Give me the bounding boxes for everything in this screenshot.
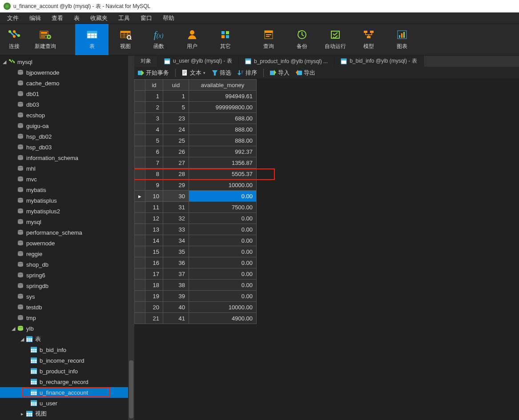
cell-uid[interactable]: 1: [163, 91, 189, 102]
cell-uid[interactable]: 26: [163, 146, 189, 157]
cell-id[interactable]: 17: [145, 268, 163, 280]
cell-id[interactable]: 14: [145, 235, 163, 246]
cell-uid[interactable]: 34: [163, 235, 189, 246]
tree-db-item[interactable]: information_schema: [0, 152, 128, 163]
cell-id[interactable]: 13: [145, 224, 163, 235]
cell-money[interactable]: 0.00: [189, 257, 257, 268]
data-row[interactable]: 7 27 1356.87: [135, 157, 257, 168]
tree-db-item[interactable]: reggie: [0, 248, 128, 259]
menu-table[interactable]: 表: [68, 13, 85, 23]
cell-money[interactable]: 688.00: [189, 113, 257, 124]
cell-money[interactable]: 0.00: [189, 268, 257, 280]
data-row[interactable]: 1 1 994949.61: [135, 91, 257, 102]
menu-view[interactable]: 查看: [46, 13, 68, 23]
data-row[interactable]: 20 40 10000.00: [135, 302, 257, 313]
cell-id[interactable]: 1: [145, 91, 163, 102]
cell-id[interactable]: 12: [145, 213, 163, 224]
data-row[interactable]: 2 5 999999800.00: [135, 102, 257, 113]
cell-money[interactable]: 0.00: [189, 235, 257, 246]
cell-id[interactable]: 6: [145, 146, 163, 157]
cell-id[interactable]: 19: [145, 291, 163, 302]
cell-money[interactable]: 4900.00: [189, 313, 257, 324]
tree-db-item[interactable]: sys: [0, 291, 128, 302]
tree-tables-group[interactable]: ◢表: [0, 334, 128, 344]
cell-id[interactable]: 4: [145, 124, 163, 135]
tree-db-item[interactable]: spring6: [0, 270, 128, 280]
scrollbar-thumb[interactable]: [129, 360, 133, 418]
tool-backup[interactable]: 备份: [285, 24, 318, 55]
menu-edit[interactable]: 编辑: [24, 13, 46, 23]
tab-u-user[interactable]: u_user @ylb (mysql) - 表: [158, 56, 239, 67]
cell-id[interactable]: 18: [145, 280, 163, 291]
data-row[interactable]: 21 41 4900.00: [135, 313, 257, 324]
cell-money[interactable]: 888.00: [189, 135, 257, 146]
data-row[interactable]: 11 31 7500.00: [135, 202, 257, 213]
tool-table[interactable]: 表: [75, 24, 109, 55]
export-button[interactable]: 导出: [296, 69, 315, 77]
tool-view[interactable]: 视图: [109, 24, 142, 55]
tab-product-info[interactable]: b_product_info @ylb (mysql) ...: [239, 56, 334, 67]
cell-uid[interactable]: 32: [163, 213, 189, 224]
cell-id[interactable]: 9: [145, 180, 163, 191]
cell-id[interactable]: 3: [145, 113, 163, 124]
tree-table-item[interactable]: u_user: [0, 398, 128, 408]
data-row[interactable]: ▸ 10 30 0.00: [135, 191, 257, 202]
cell-id[interactable]: 20: [145, 302, 163, 313]
menu-window[interactable]: 窗口: [135, 13, 157, 23]
tree-db-item[interactable]: powernode: [0, 238, 128, 248]
tree-connection-root[interactable]: ◢mysql: [0, 56, 128, 67]
tree-db-item[interactable]: springdb: [0, 280, 128, 291]
tree-db-item[interactable]: testdb: [0, 302, 128, 312]
tree-db-item[interactable]: cache_demo: [0, 78, 128, 88]
tool-newquery[interactable]: 新建查询: [28, 24, 62, 55]
import-button[interactable]: 导入: [270, 69, 290, 77]
cell-uid[interactable]: 40: [163, 302, 189, 313]
tool-connect[interactable]: 连接: [0, 24, 28, 55]
cell-money[interactable]: 999999800.00: [189, 102, 257, 113]
menu-fav[interactable]: 收藏夹: [85, 13, 113, 23]
cell-uid[interactable]: 25: [163, 135, 189, 146]
tree-table-item[interactable]: b_recharge_record: [0, 376, 128, 387]
cell-id[interactable]: 21: [145, 313, 163, 324]
cell-uid[interactable]: 36: [163, 257, 189, 268]
cell-id[interactable]: 10: [145, 191, 163, 202]
data-row[interactable]: 4 24 888.00: [135, 124, 257, 135]
tree-db-item[interactable]: performance_schema: [0, 227, 128, 238]
cell-money[interactable]: 994949.61: [189, 91, 257, 102]
data-grid[interactable]: id uid available_money 1 1 994949.61 2 5…: [134, 79, 257, 324]
tool-user[interactable]: 用户: [175, 24, 209, 55]
tab-objects[interactable]: 对象: [134, 56, 158, 67]
cell-id[interactable]: 8: [145, 168, 163, 180]
tree-db-item[interactable]: mybatisplus: [0, 195, 128, 206]
data-row[interactable]: 17 37 0.00: [135, 268, 257, 280]
cell-id[interactable]: 2: [145, 102, 163, 113]
cell-money[interactable]: 10000.00: [189, 180, 257, 191]
data-row[interactable]: 18 38 0.00: [135, 280, 257, 291]
cell-id[interactable]: 11: [145, 202, 163, 213]
tab-bid-info[interactable]: b_bid_info @ylb (mysql) - 表: [334, 56, 424, 67]
data-row[interactable]: 9 29 10000.00: [135, 180, 257, 191]
data-row[interactable]: 15 35 0.00: [135, 246, 257, 257]
begin-tx-button[interactable]: 开始事务: [138, 69, 169, 77]
cell-uid[interactable]: 24: [163, 124, 189, 135]
tree-table-item[interactable]: u_finance_account: [0, 387, 128, 398]
cell-money[interactable]: 888.00: [189, 124, 257, 135]
text-view-button[interactable]: 文本 ▾: [182, 69, 205, 77]
tree-table-item[interactable]: b_income_record: [0, 355, 128, 366]
cell-uid[interactable]: 30: [163, 191, 189, 202]
cell-id[interactable]: 16: [145, 257, 163, 268]
menu-help[interactable]: 帮助: [157, 13, 180, 23]
col-header-id[interactable]: id: [145, 80, 163, 91]
menu-file[interactable]: 文件: [2, 13, 24, 23]
tree-db-item[interactable]: db01: [0, 88, 128, 99]
cell-uid[interactable]: 29: [163, 180, 189, 191]
cell-money[interactable]: 0.00: [189, 191, 257, 202]
tool-chart[interactable]: 图表: [385, 24, 418, 55]
tree-db-item[interactable]: mhl: [0, 163, 128, 174]
menu-tool[interactable]: 工具: [113, 13, 135, 23]
cell-money[interactable]: 0.00: [189, 291, 257, 302]
cell-id[interactable]: 15: [145, 246, 163, 257]
tree-db-item[interactable]: hsp_db02: [0, 131, 128, 142]
data-row[interactable]: 8 28 5505.37: [135, 168, 257, 180]
tree-db-item[interactable]: ecshop: [0, 110, 128, 120]
